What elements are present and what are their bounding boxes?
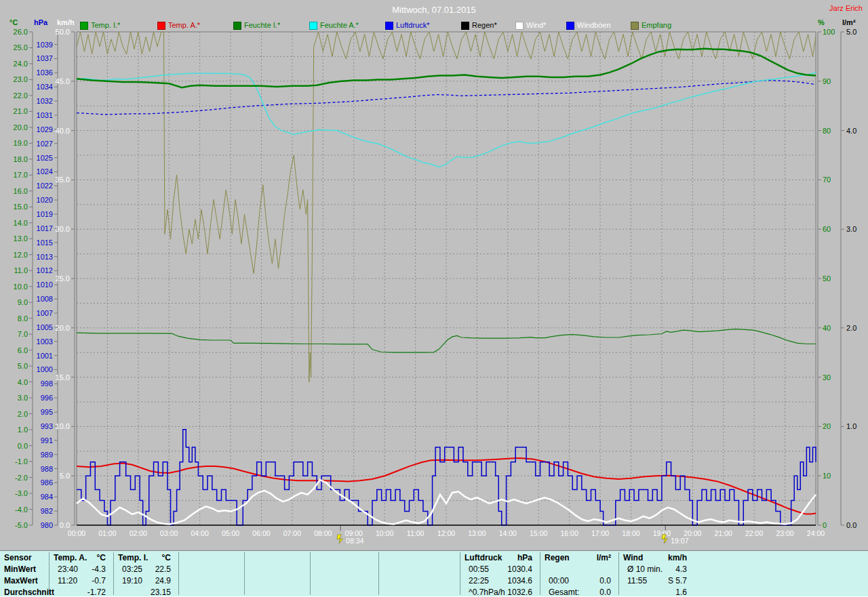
table-cell: 1032.6: [460, 588, 532, 597]
svg-text:0: 0: [823, 521, 827, 529]
table-cell: -1.72: [50, 588, 106, 597]
svg-text:1022: 1022: [37, 182, 53, 190]
table-cell: 1034.6: [460, 576, 532, 585]
svg-text:15.0: 15.0: [14, 203, 28, 211]
table-divider: [244, 552, 245, 595]
svg-text:1031: 1031: [37, 111, 53, 119]
svg-text:1003: 1003: [37, 337, 53, 346]
svg-text:26.0: 26.0: [14, 28, 28, 36]
svg-text:18:00: 18:00: [622, 529, 639, 537]
svg-text:1.0: 1.0: [18, 426, 28, 434]
svg-text:22:00: 22:00: [745, 529, 763, 537]
svg-text:1020: 1020: [37, 196, 53, 204]
svg-text:01:00: 01:00: [98, 529, 116, 537]
svg-text:23.0: 23.0: [14, 75, 28, 83]
svg-text:2.0: 2.0: [846, 324, 856, 332]
svg-text:15.0: 15.0: [56, 373, 70, 382]
svg-text:0.0: 0.0: [18, 442, 28, 450]
svg-text:984: 984: [41, 493, 53, 501]
svg-text:998: 998: [41, 379, 53, 388]
svg-text:23:00: 23:00: [776, 529, 793, 537]
row-label-minwert: MinWert: [4, 564, 36, 574]
svg-text:24.0: 24.0: [14, 60, 28, 68]
svg-text:3.0: 3.0: [18, 394, 28, 402]
sun-marker-icon: [337, 535, 342, 543]
svg-text:10:00: 10:00: [376, 529, 393, 537]
table-cell: -4.3: [50, 564, 106, 574]
svg-text:14.0: 14.0: [14, 219, 28, 227]
table-divider: [310, 552, 311, 595]
svg-text:1024: 1024: [37, 167, 53, 176]
svg-text:988: 988: [41, 465, 53, 473]
svg-text:12:00: 12:00: [437, 529, 455, 537]
svg-text:1012: 1012: [37, 266, 53, 274]
svg-text:10.0: 10.0: [14, 283, 28, 291]
svg-text:40: 40: [823, 324, 831, 332]
svg-text:4.0: 4.0: [846, 127, 856, 135]
svg-text:12.0: 12.0: [14, 251, 28, 259]
svg-text:04:00: 04:00: [191, 529, 209, 537]
svg-text:19.0: 19.0: [14, 139, 28, 147]
svg-text:16.0: 16.0: [14, 187, 28, 195]
svg-text:30.0: 30.0: [56, 225, 70, 233]
svg-text:-3.0: -3.0: [15, 489, 28, 497]
svg-text:1000: 1000: [37, 365, 53, 373]
table-cell: 1.6: [619, 588, 687, 597]
table-cell: °C: [50, 553, 106, 562]
svg-text:20.0: 20.0: [56, 324, 70, 332]
svg-text:24:00: 24:00: [807, 529, 825, 537]
table-divider: [178, 552, 179, 595]
svg-text:1032: 1032: [37, 97, 53, 105]
svg-text:80: 80: [823, 127, 831, 135]
svg-text:1008: 1008: [37, 295, 53, 303]
svg-text:02:00: 02:00: [130, 529, 147, 537]
svg-text:90: 90: [823, 77, 831, 85]
svg-text:1039: 1039: [37, 41, 53, 49]
svg-text:25.0: 25.0: [14, 43, 28, 52]
svg-text:00:00: 00:00: [68, 529, 85, 537]
row-label-maxwert: MaxWert: [4, 576, 38, 585]
svg-text:13:00: 13:00: [468, 529, 486, 537]
svg-text:5.0: 5.0: [18, 362, 28, 370]
svg-text:1025: 1025: [37, 154, 53, 162]
svg-text:15:00: 15:00: [530, 529, 547, 537]
svg-text:08:00: 08:00: [314, 529, 332, 537]
table-cell: 0.0: [540, 588, 611, 597]
row-label-sensor: Sensor: [4, 553, 32, 562]
svg-text:1007: 1007: [37, 309, 53, 317]
svg-text:70: 70: [823, 176, 831, 184]
svg-text:1029: 1029: [37, 125, 53, 133]
table-cell: 22.5: [114, 564, 171, 574]
svg-text:980: 980: [41, 521, 53, 529]
svg-text:3.0: 3.0: [846, 225, 856, 233]
table-cell: km/h: [619, 553, 687, 562]
svg-text:1.0: 1.0: [846, 422, 856, 430]
svg-text:03:00: 03:00: [160, 529, 178, 537]
svg-text:08:34: 08:34: [346, 537, 363, 545]
series-tempi: [77, 49, 816, 88]
chart-canvas: 26.025.024.023.022.021.020.019.018.017.0…: [0, 0, 868, 553]
svg-text:14:00: 14:00: [499, 529, 517, 537]
svg-text:1001: 1001: [37, 352, 53, 360]
chart-svg: 26.025.024.023.022.021.020.019.018.017.0…: [0, 0, 868, 550]
svg-text:60: 60: [823, 225, 831, 233]
svg-text:45.0: 45.0: [56, 77, 70, 85]
svg-text:05:00: 05:00: [222, 529, 239, 537]
table-divider: [378, 552, 379, 595]
weather-chart-window: Mittwoch, 07.01.2015 Jarz Erich °C hPa k…: [0, 0, 868, 597]
svg-text:50.0: 50.0: [56, 28, 70, 36]
table-cell: S 5.7: [619, 576, 687, 585]
svg-text:11.0: 11.0: [14, 266, 28, 274]
svg-text:986: 986: [41, 478, 53, 487]
svg-text:0.0: 0.0: [846, 521, 856, 529]
svg-text:-2.0: -2.0: [15, 474, 28, 482]
svg-text:989: 989: [41, 451, 53, 459]
svg-text:16:00: 16:00: [561, 529, 578, 537]
table-cell: -0.7: [50, 576, 106, 585]
svg-text:17.0: 17.0: [14, 171, 28, 179]
svg-text:4.0: 4.0: [18, 378, 28, 386]
svg-text:-4.0: -4.0: [15, 506, 28, 514]
svg-text:19:07: 19:07: [671, 537, 688, 545]
svg-text:25.0: 25.0: [56, 274, 70, 283]
stats-table: SensorMinWertMaxWertDurchschnittTemp. A.…: [0, 550, 868, 597]
